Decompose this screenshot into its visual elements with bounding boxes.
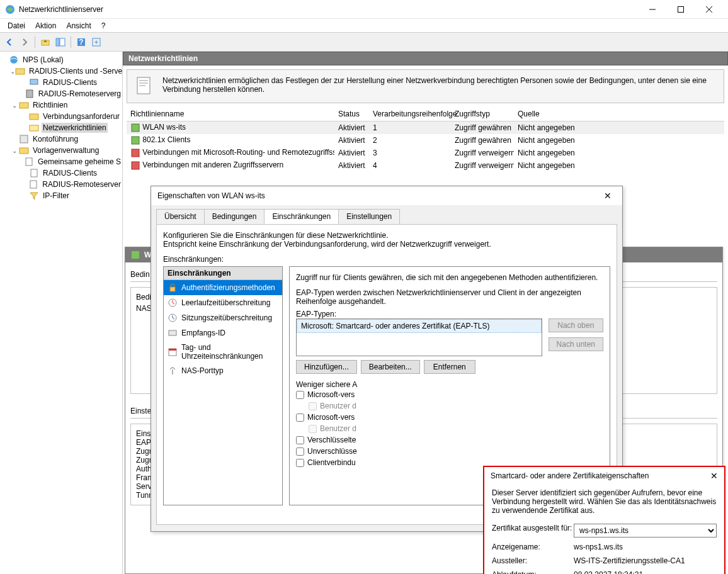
tree-pane: NPS (Lokal) ⌄ RADIUS-Clients und -Serve … — [0, 52, 123, 574]
window-title: Netzwerkrichtlinienserver — [19, 5, 638, 14]
constraint-nas-port[interactable]: NAS-Porttyp — [164, 363, 282, 378]
cert-expiry-label: Ablaufdatum: — [492, 570, 574, 574]
tree-network-policies[interactable]: Netzwerkrichtlinien — [20, 122, 122, 133]
filter-icon — [29, 191, 39, 201]
svg-rect-37 — [169, 349, 176, 351]
close-icon[interactable]: ✕ — [600, 188, 616, 204]
move-down-button[interactable]: Nach unten — [549, 337, 603, 351]
svg-rect-21 — [31, 169, 37, 177]
app-icon — [5, 4, 15, 14]
policy-row[interactable]: 802.1x Clients Aktiviert 2 Zugriff gewäh… — [127, 134, 724, 147]
policy-allow-icon — [130, 135, 140, 145]
tree-shared-secrets[interactable]: Gemeinsame geheime S — [20, 156, 122, 167]
svg-rect-17 — [30, 125, 38, 131]
constraint-daytime[interactable]: Tag- und Uhrzeiteinschränkungen — [164, 340, 282, 363]
cert-issued-for-select[interactable]: ws-nps1.ws.its — [574, 524, 717, 537]
svg-rect-22 — [30, 181, 37, 188]
close-icon[interactable]: ✕ — [710, 471, 718, 481]
tree-radius-clients-servers[interactable]: ⌄ RADIUS-Clients und -Serve — [10, 65, 122, 77]
svg-rect-29 — [132, 149, 139, 157]
tree-root[interactable]: NPS (Lokal) — [0, 54, 122, 65]
check-mschap2[interactable]: Microsoft-vers — [296, 389, 603, 400]
constraints-desc1: Konfigurieren Sie die Einschränkungen fü… — [163, 231, 610, 240]
chevron-down-icon[interactable]: ⌄ — [10, 102, 19, 109]
up-folder-button[interactable] — [38, 35, 52, 49]
tree-ip-filter[interactable]: IP-Filter — [20, 190, 122, 201]
policy-icon — [135, 76, 155, 96]
forward-button[interactable] — [18, 35, 31, 49]
tab-conditions[interactable]: Bedingungen — [204, 209, 265, 224]
col-status[interactable]: Status — [334, 107, 369, 121]
toolbar: ? — [0, 33, 728, 52]
show-hide-tree-button[interactable] — [54, 35, 67, 49]
edit-button[interactable]: Bearbeiten... — [361, 360, 420, 374]
tree-radius-clients[interactable]: RADIUS-Clients — [20, 77, 122, 88]
info-band: Netzwerkrichtlinien ermöglichen das Fest… — [127, 69, 724, 103]
refresh-button[interactable] — [89, 35, 103, 49]
svg-rect-26 — [139, 85, 145, 86]
minimize-button[interactable] — [638, 0, 666, 18]
folder-icon — [19, 100, 29, 110]
tab-constraints[interactable]: Einschränkungen — [264, 209, 339, 224]
menu-datei[interactable]: Datei — [3, 20, 30, 31]
tab-settings[interactable]: Einstellungen — [338, 209, 400, 224]
svg-rect-12 — [16, 69, 25, 74]
svg-rect-7 — [60, 38, 65, 46]
maximize-button[interactable] — [666, 0, 695, 18]
constraint-idle-timeout[interactable]: Leerlaufzeitüberschreitung — [164, 295, 282, 310]
col-name[interactable]: Richtlinienname — [127, 107, 334, 121]
eap-types-label: EAP-Typen: — [296, 310, 603, 318]
check-pap[interactable]: Unverschlüsse — [296, 446, 603, 457]
eap-type-item[interactable]: Microsoft: Smartcard- oder anderes Zerti… — [297, 319, 542, 333]
cert-desc: Dieser Server identifiziert sich gegenüb… — [492, 488, 717, 515]
cert-dialog: Smartcard- oder andere Zertifikateigensc… — [483, 466, 725, 574]
cert-displayname: ws-nps1.ws.its — [574, 543, 717, 551]
tree-tpl-radius-remote[interactable]: RADIUS-Remoteserver — [20, 179, 122, 190]
col-source[interactable]: Quelle — [514, 107, 589, 121]
detail-desc2: EAP-Typen werden zwischen Netzwerkrichtl… — [296, 288, 603, 306]
tree-connection-request[interactable]: Verbindungsanforderur — [20, 111, 122, 122]
constraint-called-station[interactable]: Empfangs-ID — [164, 325, 282, 340]
eap-types-list[interactable]: Microsoft: Smartcard- oder anderes Zerti… — [296, 318, 542, 356]
chevron-down-icon[interactable]: ⌄ — [10, 68, 15, 75]
check-chap[interactable]: Verschlüsselte — [296, 434, 603, 446]
menu-help[interactable]: ? — [96, 20, 111, 31]
policy-row[interactable]: Verbindungen mit Microsoft-Routing- und … — [127, 147, 724, 159]
svg-rect-6 — [56, 38, 59, 46]
move-up-button[interactable]: Nach oben — [549, 318, 603, 332]
svg-rect-2 — [678, 6, 683, 12]
tree-accounting[interactable]: Kontoführung — [10, 133, 122, 145]
menu-ansicht[interactable]: Ansicht — [61, 20, 96, 31]
less-secure-label: Weniger sichere A — [296, 380, 603, 389]
back-button[interactable] — [3, 35, 16, 49]
svg-rect-35 — [169, 330, 176, 335]
col-order[interactable]: Verarbeitungsreihenfolge — [369, 107, 451, 121]
check-mschap1-pwchange[interactable]: Benutzer d — [296, 423, 603, 434]
help-button[interactable]: ? — [74, 35, 88, 49]
svg-point-11 — [10, 56, 18, 64]
antenna-icon — [168, 366, 178, 376]
doc-icon — [28, 179, 38, 189]
calendar-icon — [168, 347, 178, 357]
svg-rect-25 — [139, 82, 148, 84]
check-mschap2-pwchange[interactable]: Benutzer d — [296, 400, 603, 412]
col-access[interactable]: Zugriffstyp — [451, 107, 514, 121]
menu-aktion[interactable]: Aktion — [30, 20, 61, 31]
clock-icon — [168, 313, 178, 323]
tree-radius-remote[interactable]: RADIUS-Remoteserverg — [20, 88, 122, 99]
policy-deny-icon — [130, 148, 140, 158]
policy-row[interactable]: Verbindungen mit anderen Zugriffsservern… — [127, 159, 724, 172]
constraint-session-timeout[interactable]: Sitzungszeitüberschreitung — [164, 310, 282, 325]
tree-templates[interactable]: ⌄ Vorlagenverwaltung — [10, 145, 122, 156]
titlebar: Netzwerkrichtlinienserver — [0, 0, 728, 19]
policy-row[interactable]: WLAN ws-its Aktiviert 1 Zugriff gewähren… — [127, 121, 724, 134]
constraint-auth-methods[interactable]: Authentifizierungsmethoden — [164, 280, 282, 295]
add-button[interactable]: Hinzufügen... — [296, 360, 357, 374]
remove-button[interactable]: Entfernen — [424, 360, 475, 374]
chevron-down-icon[interactable]: ⌄ — [10, 147, 19, 154]
tree-tpl-radius-clients[interactable]: RADIUS-Clients — [20, 167, 122, 179]
tree-policies[interactable]: ⌄ Richtlinien — [10, 99, 122, 111]
tab-overview[interactable]: Übersicht — [156, 209, 205, 224]
close-button[interactable] — [695, 0, 723, 18]
check-mschap1[interactable]: Microsoft-vers — [296, 412, 603, 423]
